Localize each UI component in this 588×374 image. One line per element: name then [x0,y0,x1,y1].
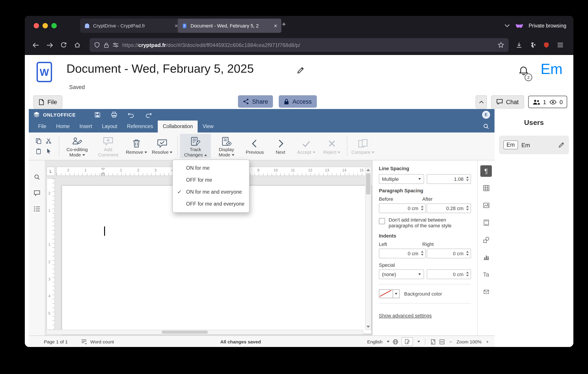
minimize-window-button[interactable] [42,23,48,28]
close-window-button[interactable] [34,23,39,28]
undo-icon[interactable] [128,112,135,118]
forward-icon[interactable] [44,39,55,51]
previous-change-button[interactable]: Previous [242,136,268,156]
tab-cryptdrive[interactable]: CryptDrive - CryptPad.fr ✕ [80,19,182,33]
table-settings-icon[interactable] [480,182,492,194]
color-swatch[interactable] [379,289,393,298]
extensions-puzzle-icon[interactable] [527,39,538,51]
save-icon[interactable] [94,112,101,118]
special-spinner[interactable]: 0 cm [427,269,471,279]
share-button[interactable]: Share [238,95,273,108]
navigation-panel-icon[interactable] [33,206,40,212]
horizontal-scrollbar[interactable] [46,330,363,334]
redo-icon[interactable] [145,112,152,118]
chart-settings-icon[interactable] [480,251,492,263]
track-changes-button[interactable]: Track Changes [180,134,211,158]
edit-name-pencil-icon[interactable] [558,142,565,148]
copy-icon[interactable] [34,136,43,145]
scrollbar-thumb[interactable] [366,173,370,194]
spacing-after-spinner[interactable]: 0.28 cm [427,203,471,213]
background-color-picker[interactable] [379,289,400,298]
new-tab-button[interactable]: + [282,20,286,28]
menu-item-off-for-everyone[interactable]: OFF for me and everyone [173,198,249,210]
resolve-button[interactable]: Resolve [149,136,175,156]
indent-left-spinner[interactable]: 0 cm [379,248,426,258]
image-settings-icon[interactable] [480,200,492,211]
paste-icon[interactable] [34,147,43,156]
back-icon[interactable] [30,39,42,51]
track-status-caret-icon[interactable] [417,341,420,343]
remove-button[interactable]: Remove [124,136,149,156]
bookmark-star-icon[interactable] [498,42,504,48]
account-avatar[interactable]: Em [541,61,563,78]
select-all-icon[interactable] [44,147,53,156]
tab-view[interactable]: View [198,121,218,133]
shape-settings-icon[interactable] [480,234,492,246]
tab-references[interactable]: References [122,121,158,133]
tab-collaboration[interactable]: Collaboration [158,121,198,133]
color-swatch-caret[interactable] [393,289,400,298]
scroll-down-arrow[interactable] [367,326,370,328]
permissions-icon[interactable] [113,42,119,48]
shield-icon[interactable] [94,42,100,48]
scroll-up-arrow[interactable] [367,169,370,171]
line-spacing-select[interactable]: Multiple [379,174,424,184]
spacing-before-spinner[interactable]: 0 cm [379,203,426,213]
zoom-level[interactable]: Zoom 100% [456,339,482,344]
coediting-mode-button[interactable]: Co-editing Mode [62,134,93,158]
vertical-ruler[interactable]: 2 1 1 2 3 4 5 6 [47,178,55,330]
zoom-window-button[interactable] [51,23,57,28]
editor-search-icon[interactable] [483,123,489,129]
menu-item-off-for-me[interactable]: OFF for me [173,174,249,186]
access-button[interactable]: Access [279,95,317,108]
tab-stop-selector[interactable]: L [47,166,55,176]
special-select[interactable]: (none) [379,269,424,279]
menu-item-on-for-everyone[interactable]: ✓ON for me and everyone [173,186,249,198]
checkbox[interactable] [379,218,385,224]
track-changes-status-button[interactable] [401,337,413,346]
advanced-settings-link[interactable]: Show advanced settings [379,313,432,318]
find-icon[interactable] [33,174,40,180]
editor-user-avatar[interactable]: E [482,111,490,119]
tab-close-icon[interactable]: ✕ [274,23,277,28]
tab-file[interactable]: File [33,121,51,133]
word-count-label[interactable]: Word count [90,339,114,344]
ublock-icon[interactable] [541,39,552,51]
lock-icon[interactable] [104,42,109,48]
interval-checkbox-row[interactable]: Don't add interval between paragraphs of… [379,217,471,229]
list-tabs-chevron-icon[interactable] [504,24,510,28]
header-footer-settings-icon[interactable] [480,217,492,229]
next-change-button[interactable]: Next [268,136,293,156]
display-mode-button[interactable]: Display Mode [211,134,242,158]
fit-page-icon[interactable] [430,339,436,344]
reload-icon[interactable] [58,39,69,51]
zoom-out-button[interactable]: − [449,339,452,344]
comments-panel-icon[interactable] [33,190,40,196]
zoom-in-button[interactable]: + [486,339,489,344]
menu-hamburger-icon[interactable] [554,39,566,51]
paragraph-settings-icon[interactable]: ¶ [480,165,492,177]
downloads-icon[interactable] [513,39,525,51]
user-list-item[interactable]: Em Em [499,135,569,154]
cut-icon[interactable] [44,136,53,145]
chat-button[interactable]: Chat [491,95,524,109]
language-label[interactable]: English [367,339,382,344]
tab-insert[interactable]: Insert [74,121,97,133]
indent-right-spinner[interactable]: 0 cm [427,248,471,258]
scrollbar-thumb[interactable] [162,331,208,334]
url-bar[interactable]: https://cryptpad.fr/doc/#/3/doc/edit/ff0… [90,38,509,52]
language-caret-icon[interactable] [387,341,389,343]
indent-marker[interactable] [101,168,105,176]
menu-item-on-for-me[interactable]: ON for me [173,162,249,174]
collapse-toolbar-button[interactable] [475,95,487,109]
print-icon[interactable] [111,112,117,118]
textart-settings-icon[interactable]: Ta [480,269,492,280]
page-indicator[interactable]: Page 1 of 1 [44,339,68,344]
mail-merge-icon[interactable] [480,286,492,298]
fit-width-icon[interactable] [439,339,445,344]
vertical-scrollbar[interactable] [365,166,371,330]
home-icon[interactable] [71,39,83,51]
rename-pencil-icon[interactable] [297,66,304,74]
file-button[interactable]: File [33,95,63,109]
globe-icon[interactable] [393,339,398,344]
